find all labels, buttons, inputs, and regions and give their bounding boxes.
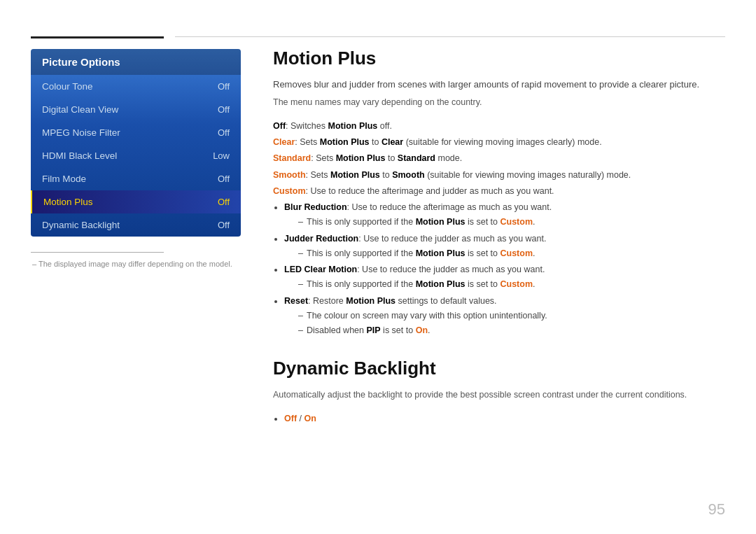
reset-sub: The colour on screen may vary with this … — [298, 309, 725, 339]
bullet-reset: Reset: Restore Motion Plus settings to d… — [284, 294, 725, 339]
top-border-right — [175, 36, 725, 37]
menu-item-motion-plus-value: Off — [218, 197, 230, 207]
blur-motionplus: Motion Plus — [416, 217, 465, 227]
dynamic-backlight-desc: Automatically adjust the backlight to pr… — [273, 388, 725, 402]
dynamic-backlight-bullet: Off / On — [284, 412, 725, 426]
option-custom: Custom: Use to reduce the afterimage and… — [273, 184, 725, 199]
blur-reduction-sub: This is only supported if the Motion Plu… — [298, 215, 725, 230]
reset-sub-item-1: The colour on screen may vary with this … — [298, 309, 725, 323]
led-clear-motion-sub-item: This is only supported if the Motion Plu… — [298, 277, 725, 292]
bullet-blur-reduction: Blur Reduction: Use to reduce the afteri… — [284, 200, 725, 230]
menu-item-colour-tone-value: Off — [218, 81, 230, 92]
option-off-label: Off — [273, 121, 286, 131]
motion-plus-section: Motion Plus Removes blur and judder from… — [273, 48, 725, 338]
menu-item-hdmi-black-level-label: HDMI Black Level — [42, 150, 117, 161]
sidebar-divider — [31, 252, 164, 253]
menu-item-colour-tone[interactable]: Colour Tone Off — [31, 75, 241, 98]
menu-item-mpeg-noise-filter-label: MPEG Noise Filter — [42, 127, 120, 138]
blur-reduction-sub-item: This is only supported if the Motion Plu… — [298, 215, 725, 230]
menu-item-motion-plus-label: Motion Plus — [43, 197, 93, 207]
dynamic-backlight-title: Dynamic Backlight — [273, 358, 725, 379]
picture-options-box: Picture Options Colour Tone Off Digital … — [31, 49, 241, 237]
menu-item-colour-tone-label: Colour Tone — [42, 81, 93, 92]
picture-options-title: Picture Options — [31, 49, 241, 75]
menu-item-digital-clean-view-label: Digital Clean View — [42, 104, 118, 115]
motion-plus-bullets: Blur Reduction: Use to reduce the afteri… — [284, 200, 725, 338]
dynamic-backlight-section: Dynamic Backlight Automatically adjust t… — [273, 358, 725, 426]
judder-reduction-label: Judder Reduction — [284, 234, 358, 244]
option-smooth-value: Smooth — [392, 170, 425, 180]
led-clear-motion-sub: This is only supported if the Motion Plu… — [298, 277, 725, 292]
dynamic-backlight-bullets: Off / On — [284, 412, 725, 426]
option-standard-label: Standard — [273, 153, 311, 163]
led-custom: Custom — [500, 279, 533, 289]
reset-motionplus: Motion Plus — [346, 296, 396, 306]
option-off-motionplus: Motion Plus — [328, 121, 378, 131]
menu-item-mpeg-noise-filter[interactable]: MPEG Noise Filter Off — [31, 121, 241, 144]
main-content: Motion Plus Removes blur and judder from… — [273, 48, 725, 503]
menu-item-film-mode-label: Film Mode — [42, 174, 86, 184]
led-motionplus: Motion Plus — [416, 279, 465, 289]
option-clear-value: Clear — [382, 137, 403, 147]
option-custom-label: Custom — [273, 186, 306, 196]
menu-item-dynamic-backlight-label: Dynamic Backlight — [42, 220, 120, 230]
pip-on: On — [416, 325, 428, 335]
dynamic-backlight-off: Off — [284, 414, 297, 423]
menu-item-film-mode[interactable]: Film Mode Off — [31, 167, 241, 190]
blur-custom: Custom — [500, 217, 533, 227]
menu-item-hdmi-black-level[interactable]: HDMI Black Level Low — [31, 144, 241, 167]
judder-reduction-sub: This is only supported if the Motion Plu… — [298, 246, 725, 261]
menu-item-motion-plus[interactable]: Motion Plus Off — [31, 190, 241, 213]
menu-item-digital-clean-view[interactable]: Digital Clean View Off — [31, 98, 241, 121]
judder-motionplus: Motion Plus — [416, 248, 465, 258]
judder-custom: Custom — [500, 248, 533, 258]
reset-label: Reset — [284, 296, 308, 306]
motion-plus-desc2: The menu names may vary depending on the… — [273, 95, 725, 109]
option-smooth: Smooth: Sets Motion Plus to Smooth (suit… — [273, 168, 725, 183]
option-smooth-label: Smooth — [273, 170, 306, 180]
bullet-judder-reduction: Judder Reduction: Use to reduce the judd… — [284, 232, 725, 262]
option-standard-value: Standard — [398, 153, 435, 163]
blur-reduction-label: Blur Reduction — [284, 202, 347, 212]
menu-item-digital-clean-view-value: Off — [218, 104, 230, 115]
led-clear-motion-label: LED Clear Motion — [284, 265, 357, 274]
menu-item-film-mode-value: Off — [218, 174, 230, 184]
option-standard-motionplus: Motion Plus — [336, 153, 386, 163]
page-number: 95 — [708, 500, 725, 519]
reset-sub-item-2: Disabled when PIP is set to On. — [298, 323, 725, 338]
menu-item-hdmi-black-level-value: Low — [213, 150, 230, 161]
dynamic-backlight-on: On — [304, 414, 316, 423]
option-off: Off: Switches Motion Plus off. — [273, 119, 725, 134]
option-clear-motionplus: Motion Plus — [320, 137, 370, 147]
option-clear-label: Clear — [273, 137, 295, 147]
motion-plus-desc1: Removes blur and judder from scenes with… — [273, 78, 725, 92]
option-smooth-motionplus: Motion Plus — [330, 170, 380, 180]
motion-plus-title: Motion Plus — [273, 48, 725, 69]
bullet-led-clear-motion: LED Clear Motion: Use to reduce the judd… — [284, 262, 725, 293]
menu-item-dynamic-backlight[interactable]: Dynamic Backlight Off — [31, 213, 241, 237]
option-standard: Standard: Sets Motion Plus to Standard m… — [273, 151, 725, 166]
menu-item-mpeg-noise-filter-value: Off — [218, 127, 230, 138]
sidebar: Picture Options Colour Tone Off Digital … — [31, 49, 241, 268]
top-border-left — [31, 36, 164, 38]
sidebar-note: – The displayed image may differ dependi… — [31, 260, 241, 268]
option-clear: Clear: Sets Motion Plus to Clear (suitab… — [273, 135, 725, 150]
menu-item-dynamic-backlight-value: Off — [218, 220, 230, 230]
judder-reduction-sub-item: This is only supported if the Motion Plu… — [298, 246, 725, 261]
pip-label: PIP — [366, 325, 380, 335]
